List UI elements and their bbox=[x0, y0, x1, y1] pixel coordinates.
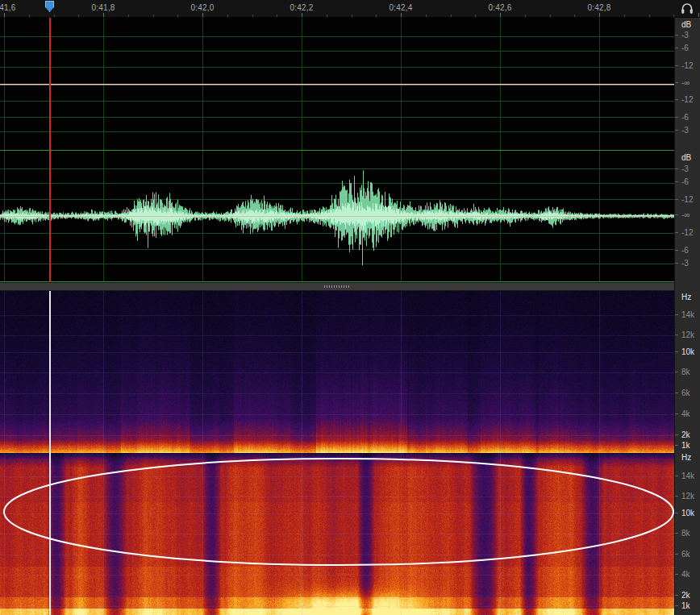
spectrogram-display bbox=[0, 291, 674, 615]
ruler-tick-minor bbox=[29, 15, 30, 17]
ruler-tick bbox=[698, 13, 699, 17]
ruler-tick-minor bbox=[128, 15, 129, 17]
ruler-tick-minor bbox=[673, 15, 674, 17]
scale-tick-mark bbox=[675, 117, 678, 118]
ruler-tick-minor bbox=[54, 15, 55, 17]
scale-tick-mark bbox=[675, 434, 678, 435]
headphones-icon[interactable] bbox=[681, 2, 694, 15]
ruler-tick bbox=[302, 13, 302, 17]
playhead-handle[interactable] bbox=[45, 1, 54, 12]
ruler-tick-minor bbox=[153, 15, 154, 17]
scale-tick-mark bbox=[675, 250, 678, 251]
scale-tick-mark bbox=[675, 214, 678, 215]
ruler-time-label: 0:41,6 bbox=[0, 3, 16, 12]
scale-tick-label: -6 bbox=[675, 178, 700, 186]
scale-tick-label: -3 bbox=[675, 31, 700, 39]
scale-tick-mark bbox=[675, 605, 678, 606]
scale-unit-label: Hz bbox=[675, 454, 700, 462]
scale-tick-mark bbox=[675, 351, 678, 352]
scale-tick-label: 12k bbox=[675, 331, 700, 339]
scale-tick-mark bbox=[675, 99, 678, 100]
ruler-tick bbox=[202, 13, 203, 17]
scale-tick-mark bbox=[675, 513, 678, 513]
scale-unit-label: Hz bbox=[675, 293, 700, 301]
scale-tick-mark bbox=[675, 65, 678, 66]
ruler-time-label: 0:42,0 bbox=[190, 3, 214, 12]
scale-tick-mark bbox=[675, 393, 678, 393]
spectrogram-canvas[interactable] bbox=[0, 291, 674, 615]
ruler-tick-minor bbox=[426, 15, 427, 17]
ruler-tick-minor bbox=[574, 15, 575, 17]
ruler-tick-minor bbox=[475, 15, 476, 17]
scale-tick-mark bbox=[675, 554, 678, 555]
scale-tick-label: 2k bbox=[675, 592, 700, 600]
scale-tick-mark bbox=[675, 82, 678, 83]
scale-tick-mark bbox=[675, 263, 678, 264]
view-split-divider[interactable] bbox=[0, 282, 674, 291]
scale-tick-mark bbox=[675, 335, 678, 335]
ruler-tick-minor bbox=[352, 15, 352, 17]
ruler-tick-minor bbox=[451, 15, 452, 17]
scale-tick-label: -12 bbox=[675, 196, 700, 204]
scale-tick-mark bbox=[675, 574, 678, 575]
ruler-time-label: 0:41,8 bbox=[91, 3, 115, 12]
ruler-tick bbox=[599, 13, 600, 17]
scale-tick-label: 10k bbox=[675, 348, 700, 356]
scale-tick-label: 10k bbox=[675, 509, 700, 517]
scale-tick-mark bbox=[675, 130, 678, 131]
divider-grip[interactable] bbox=[324, 285, 350, 288]
scale-tick-label: -12 bbox=[675, 229, 700, 237]
ruler-time-label: 0:42,8 bbox=[587, 3, 610, 12]
audio-editor-window: 0:41,60:41,80:42,00:42,20:42,40:42,60:42… bbox=[0, 0, 700, 615]
ruler-time-label: 0:42,6 bbox=[488, 3, 511, 12]
ruler-tick bbox=[103, 13, 104, 17]
scale-tick-label: 8k bbox=[675, 530, 700, 538]
scale-tick-mark bbox=[675, 48, 678, 48]
scale-tick-label: 1k bbox=[675, 602, 700, 610]
ruler-time-label: 0:42,4 bbox=[389, 3, 412, 12]
level-frequency-scale[interactable]: dB-3-6-12-∞-12-6-3dB-3-6-12-∞-12-6-3Hz14… bbox=[674, 18, 700, 615]
scale-tick-label: 4k bbox=[675, 410, 700, 418]
ruler-tick-minor bbox=[177, 15, 178, 17]
ruler-tick bbox=[401, 13, 402, 17]
scale-tick-label: 1k bbox=[675, 442, 700, 450]
scale-tick-label: -6 bbox=[675, 44, 700, 52]
ruler-tick-minor bbox=[277, 15, 277, 17]
scale-tick-mark bbox=[675, 496, 678, 497]
scale-unit-label: dB bbox=[675, 21, 700, 29]
scale-tick-label: -∞ bbox=[675, 211, 700, 219]
scale-tick-mark bbox=[675, 35, 678, 35]
scale-tick-mark bbox=[675, 232, 678, 233]
scale-tick-mark bbox=[675, 413, 678, 414]
scale-tick-label: -3 bbox=[675, 165, 700, 173]
ruler-tick-minor bbox=[550, 15, 551, 17]
ruler-time-label: 0:42,2 bbox=[290, 3, 313, 12]
ruler-tick-minor bbox=[78, 15, 79, 17]
scale-tick-mark bbox=[675, 181, 678, 182]
scale-unit-label: dB bbox=[675, 154, 700, 162]
scale-tick-label: 6k bbox=[675, 389, 700, 397]
scale-tick-label: -3 bbox=[675, 260, 700, 268]
scale-tick-mark bbox=[675, 445, 678, 446]
waveform-canvas[interactable] bbox=[0, 18, 674, 282]
scale-tick-label: 14k bbox=[675, 472, 700, 480]
ruler-tick-minor bbox=[649, 15, 650, 17]
scale-tick-label: 6k bbox=[675, 551, 700, 559]
scale-tick-mark bbox=[675, 199, 678, 200]
scale-tick-label: -3 bbox=[675, 127, 700, 135]
scale-tick-mark bbox=[675, 476, 678, 476]
ruler-tick-minor bbox=[227, 15, 228, 17]
ruler-tick-minor bbox=[252, 15, 253, 17]
scale-tick-label: 2k bbox=[675, 431, 700, 439]
ruler-tick bbox=[4, 13, 5, 17]
scale-tick-mark bbox=[675, 595, 678, 596]
scale-tick-mark bbox=[675, 372, 678, 372]
scale-tick-label: -6 bbox=[675, 247, 700, 255]
scale-tick-mark bbox=[675, 314, 678, 315]
ruler-tick-minor bbox=[624, 15, 625, 17]
ruler-tick bbox=[500, 13, 501, 17]
scale-tick-label: -12 bbox=[675, 96, 700, 104]
scale-tick-label: -12 bbox=[675, 62, 700, 70]
timeline-ruler[interactable]: 0:41,60:41,80:42,00:42,20:42,40:42,60:42… bbox=[0, 0, 700, 18]
scale-tick-mark bbox=[675, 168, 678, 169]
